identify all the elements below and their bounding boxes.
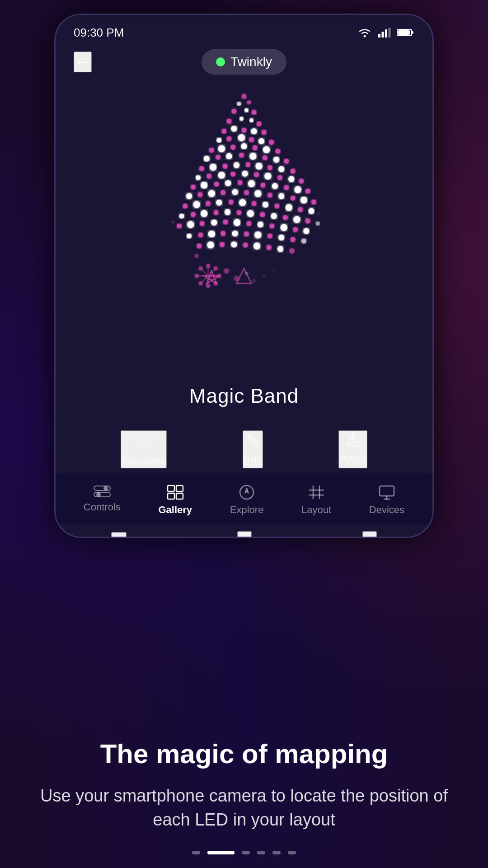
svg-point-153	[224, 269, 229, 274]
page-dot-4[interactable]	[257, 851, 265, 854]
svg-point-124	[198, 232, 203, 237]
svg-point-110	[316, 222, 320, 226]
app-title: Twinkly	[230, 55, 272, 69]
svg-point-94	[274, 203, 279, 208]
svg-point-130	[267, 234, 272, 239]
svg-point-102	[225, 209, 230, 215]
page-dot-6[interactable]	[288, 851, 296, 854]
svg-point-29	[209, 148, 214, 153]
page-dot-5[interactable]	[272, 851, 281, 854]
svg-rect-1	[378, 34, 380, 38]
svg-point-105	[260, 212, 265, 217]
page-dot-2[interactable]	[207, 851, 235, 854]
svg-point-25	[238, 134, 245, 141]
svg-point-91	[239, 199, 246, 206]
top-bar: ← Twinkly	[56, 42, 432, 82]
wifi-icon	[357, 28, 372, 38]
svg-point-136	[220, 242, 225, 247]
svg-point-12	[244, 108, 249, 113]
svg-point-66	[225, 180, 231, 186]
nav-explore[interactable]: Explore	[221, 481, 273, 519]
explore-icon	[238, 484, 256, 500]
svg-point-39	[239, 153, 244, 158]
svg-point-87	[193, 201, 200, 208]
svg-point-67	[238, 180, 243, 185]
svg-rect-7	[398, 30, 410, 35]
svg-point-133	[301, 239, 306, 244]
edit-button[interactable]: ✎ Edit	[243, 430, 263, 468]
svg-marker-144	[236, 269, 251, 283]
svg-point-53	[196, 175, 201, 180]
svg-point-62	[299, 179, 304, 184]
page-dot-1[interactable]	[192, 851, 200, 854]
svg-point-96	[298, 207, 303, 212]
nav-controls-label: Controls	[84, 501, 121, 513]
page-dot-3[interactable]	[242, 851, 250, 854]
svg-point-154	[234, 276, 239, 281]
svg-point-114	[211, 220, 217, 226]
svg-point-137	[231, 241, 237, 247]
svg-point-162	[172, 221, 175, 224]
svg-point-160	[305, 217, 308, 220]
android-menu-button[interactable]	[111, 532, 127, 538]
android-home-button[interactable]	[237, 531, 252, 538]
nav-devices[interactable]: Devices	[360, 481, 413, 519]
svg-point-69	[260, 183, 265, 188]
svg-point-43	[284, 159, 289, 164]
devices-icon	[378, 484, 396, 500]
svg-point-97	[308, 208, 314, 214]
svg-point-108	[293, 216, 300, 223]
svg-point-147	[217, 274, 221, 278]
nav-controls[interactable]: Controls	[75, 481, 130, 519]
svg-point-145	[206, 264, 210, 268]
android-back-button[interactable]	[362, 531, 377, 538]
svg-point-84	[300, 197, 307, 203]
favorites-button[interactable]: ♡ Favorites	[121, 430, 167, 468]
svg-point-48	[245, 162, 250, 167]
svg-point-167	[103, 486, 108, 491]
svg-point-89	[216, 199, 222, 205]
svg-point-138	[243, 242, 248, 247]
svg-point-16	[249, 118, 253, 123]
svg-point-155	[244, 271, 249, 275]
svg-point-146	[195, 274, 199, 278]
svg-point-81	[267, 193, 272, 198]
nav-gallery[interactable]: Gallery	[149, 481, 201, 519]
svg-point-83	[291, 196, 296, 201]
svg-point-57	[242, 170, 248, 176]
svg-point-92	[252, 201, 257, 206]
marketing-subtitle: Use your smartphone camera to locate the…	[36, 784, 452, 832]
svg-point-165	[349, 443, 350, 445]
svg-point-45	[210, 164, 216, 170]
svg-point-85	[311, 199, 316, 204]
svg-point-18	[221, 129, 226, 134]
svg-point-70	[272, 183, 278, 189]
tree-visualization	[117, 86, 371, 376]
back-button[interactable]: ←	[74, 52, 92, 72]
svg-point-46	[223, 164, 228, 169]
svg-point-32	[241, 143, 247, 149]
svg-point-8	[241, 94, 246, 99]
svg-point-78	[232, 189, 238, 195]
svg-point-56	[230, 172, 235, 177]
svg-point-121	[293, 227, 298, 232]
apply-button[interactable]: Apply	[338, 430, 367, 468]
svg-point-27	[258, 138, 264, 144]
svg-rect-185	[240, 534, 249, 538]
svg-point-106	[271, 213, 277, 219]
svg-point-55	[218, 172, 225, 179]
svg-point-77	[221, 190, 225, 195]
nav-layout[interactable]: Layout	[292, 481, 340, 519]
svg-point-134	[197, 244, 202, 249]
svg-point-158	[272, 269, 276, 273]
svg-point-73	[305, 189, 310, 193]
svg-point-128	[244, 231, 249, 236]
svg-point-104	[247, 210, 254, 217]
svg-point-131	[278, 235, 284, 241]
svg-point-52	[291, 169, 296, 174]
svg-point-93	[263, 202, 268, 208]
svg-point-139	[253, 242, 260, 249]
app-badge: Twinkly	[202, 49, 286, 75]
svg-point-42	[273, 157, 279, 163]
svg-point-35	[276, 149, 281, 154]
